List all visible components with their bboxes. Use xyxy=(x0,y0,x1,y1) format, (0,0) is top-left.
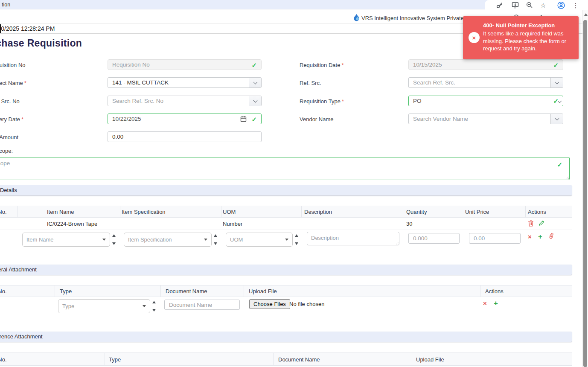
delivery-date-input[interactable]: 10/22/2025 ✓ xyxy=(108,114,262,124)
total-amount-label: Total Amount xyxy=(0,134,18,140)
ref-src-label: Ref. Src. xyxy=(300,80,321,86)
uom-combobox[interactable]: UOM xyxy=(226,233,293,247)
item-spec-spinner[interactable] xyxy=(212,233,218,247)
dropdown-button[interactable] xyxy=(550,78,563,87)
chevron-down-icon xyxy=(555,116,559,120)
dropdown-button[interactable] xyxy=(249,96,261,106)
col-actions: Actions xyxy=(528,209,546,215)
caret-down-icon xyxy=(204,239,207,241)
attach-file-icon[interactable] xyxy=(547,232,555,242)
item-details-section-header: Item Details xyxy=(0,185,572,195)
browser-menu-icon[interactable]: ⋮ xyxy=(572,1,579,9)
valid-check-icon: ✓ xyxy=(553,62,559,68)
error-toast: × 400- Null Pointer Exception It seems l… xyxy=(463,16,579,59)
valid-check-icon: ✓ xyxy=(251,62,257,68)
col-type: Type xyxy=(109,356,121,363)
caret-down-icon xyxy=(102,239,106,241)
valid-check-icon: ✓ xyxy=(553,98,559,104)
remove-item-icon[interactable]: × xyxy=(528,233,532,240)
remove-attachment-icon[interactable]: × xyxy=(483,300,487,306)
item-uom-value: Number xyxy=(223,221,242,227)
caret-down-icon xyxy=(143,305,146,307)
col-actions: Actions xyxy=(485,288,504,294)
col-sno: S.No. xyxy=(0,209,7,215)
vendor-name-label: Vendor Name xyxy=(300,116,334,122)
attachment-type-spinner[interactable] xyxy=(151,299,157,313)
no-file-chosen-text: No file chosen xyxy=(289,301,324,307)
calendar-icon[interactable] xyxy=(240,116,247,124)
error-circle-icon: × xyxy=(469,32,480,43)
item-name-combobox[interactable]: Item Name xyxy=(22,233,110,247)
bookmark-star-icon[interactable]: ☆ xyxy=(539,1,547,9)
uom-spinner[interactable] xyxy=(294,233,299,247)
scope-label: PR Scope: xyxy=(0,148,13,154)
col-uom: UOM xyxy=(223,209,236,215)
requisition-no-input[interactable]: Requisition No ✓ xyxy=(108,59,262,70)
toast-message: It seems like a required field was missi… xyxy=(483,30,573,52)
requisition-date-input[interactable]: 10/15/2025 ✓ xyxy=(408,59,563,70)
caret-down-icon xyxy=(285,239,288,241)
dropdown-button[interactable] xyxy=(249,78,261,87)
requisition-type-label: Requisition Type* xyxy=(300,98,344,105)
add-item-icon[interactable]: + xyxy=(538,233,542,240)
item-spec-combobox[interactable]: Item Specification xyxy=(124,233,212,247)
install-app-icon[interactable] xyxy=(511,1,519,9)
scope-textarea[interactable]: Scope ✓ xyxy=(0,157,570,180)
description-textarea[interactable]: Description xyxy=(307,232,399,245)
col-quantity: Quantity xyxy=(406,209,427,215)
delivery-date-label: Delivery Date* xyxy=(0,116,23,122)
col-item-spec: Item Specification xyxy=(122,209,166,215)
ref-src-no-select[interactable]: Search Ref. Src. No xyxy=(108,96,262,106)
vrs-logo xyxy=(353,14,360,23)
scrollbar-up-arrow[interactable] xyxy=(584,13,588,16)
col-document-name: Document Name xyxy=(278,356,320,363)
toast-title: 400- Null Pointer Exception xyxy=(483,22,555,29)
col-upload-file: Upload File xyxy=(416,356,444,363)
valid-check-icon: ✓ xyxy=(557,161,562,168)
item-quantity-value: 30 xyxy=(406,221,412,227)
ref-src-select[interactable]: Search Ref. Src. xyxy=(408,77,563,88)
col-unit-price: Unit Price xyxy=(465,209,489,215)
profile-icon[interactable] xyxy=(557,1,565,9)
delete-row-icon[interactable] xyxy=(528,220,534,228)
left-edge-artifact xyxy=(0,24,1,33)
requisition-date-label: Requisition Date* xyxy=(300,62,343,68)
requisition-type-select[interactable]: PO ✓ xyxy=(408,96,563,106)
chevron-down-icon xyxy=(555,80,559,84)
browser-tab-title[interactable]: tion xyxy=(2,2,10,8)
item-name-spinner[interactable] xyxy=(111,233,116,247)
document-name-input[interactable]: Document Name xyxy=(164,300,240,310)
col-description: Description xyxy=(304,209,332,215)
scrollbar-thumb[interactable] xyxy=(583,20,587,367)
chevron-down-icon xyxy=(253,80,257,84)
screen: tion ☆ ⋮ VRS Intelligent Innovative Syst… xyxy=(0,0,588,367)
edit-row-icon[interactable] xyxy=(539,220,544,228)
page-title: Purchase Requisition xyxy=(0,38,82,49)
col-sno: S.No. xyxy=(0,288,7,294)
unit-price-input[interactable]: 0.00 xyxy=(469,233,521,244)
item-name-value: IC/0224-Brown Tape xyxy=(47,221,97,227)
ref-src-no-label: Ref. Src. No xyxy=(0,98,20,105)
col-type: Type xyxy=(60,288,72,294)
valid-check-icon: ✓ xyxy=(251,116,257,122)
col-document-name: Document Name xyxy=(166,288,207,294)
chevron-down-icon xyxy=(253,98,257,102)
total-amount-input[interactable]: 0.00 xyxy=(108,131,262,142)
add-attachment-icon[interactable]: + xyxy=(494,300,498,307)
col-item-name: Item Name xyxy=(47,209,74,215)
col-upload-file: Upload File xyxy=(249,288,277,294)
general-attachment-section-header: General Attachment xyxy=(0,265,572,275)
requisition-no-label: Requisition No xyxy=(0,62,26,68)
dropdown-button[interactable] xyxy=(550,114,563,124)
attachment-type-combobox[interactable]: Type xyxy=(58,299,150,313)
quantity-input[interactable]: 0.000 xyxy=(408,233,460,244)
project-name-select[interactable]: 141 - MSIL CUTTACK xyxy=(108,77,262,88)
current-timestamp: 10/20/2025 12:28:24 PM xyxy=(0,25,55,32)
reference-attachment-section-header: Reference Attachment xyxy=(0,332,572,342)
vendor-name-select[interactable]: Search Vendor Name xyxy=(408,114,563,124)
password-key-icon[interactable] xyxy=(496,1,504,9)
choose-files-button[interactable]: Choose Files xyxy=(249,299,290,309)
col-sno: S.No. xyxy=(0,356,7,363)
browser-chrome: tion ☆ ⋮ xyxy=(0,0,588,9)
zoom-out-icon[interactable] xyxy=(526,1,533,9)
